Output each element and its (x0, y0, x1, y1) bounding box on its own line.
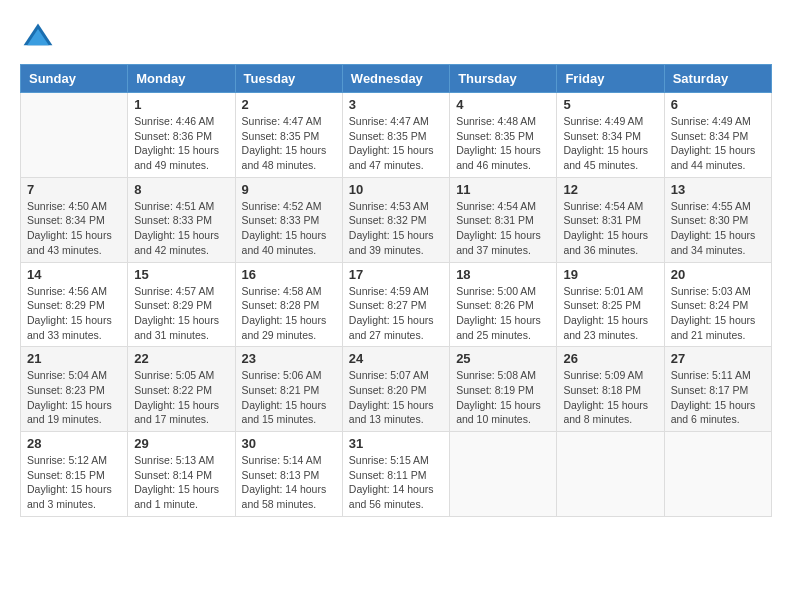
day-info: Sunrise: 5:04 AMSunset: 8:23 PMDaylight:… (27, 368, 121, 427)
calendar-cell: 25Sunrise: 5:08 AMSunset: 8:19 PMDayligh… (450, 347, 557, 432)
calendar-cell: 9Sunrise: 4:52 AMSunset: 8:33 PMDaylight… (235, 177, 342, 262)
calendar-cell: 16Sunrise: 4:58 AMSunset: 8:28 PMDayligh… (235, 262, 342, 347)
day-number: 6 (671, 97, 765, 112)
calendar-cell: 13Sunrise: 4:55 AMSunset: 8:30 PMDayligh… (664, 177, 771, 262)
calendar-cell: 22Sunrise: 5:05 AMSunset: 8:22 PMDayligh… (128, 347, 235, 432)
day-number: 16 (242, 267, 336, 282)
calendar-cell: 26Sunrise: 5:09 AMSunset: 8:18 PMDayligh… (557, 347, 664, 432)
day-info: Sunrise: 5:13 AMSunset: 8:14 PMDaylight:… (134, 453, 228, 512)
day-info: Sunrise: 5:09 AMSunset: 8:18 PMDaylight:… (563, 368, 657, 427)
calendar-week-row: 1Sunrise: 4:46 AMSunset: 8:36 PMDaylight… (21, 93, 772, 178)
day-number: 25 (456, 351, 550, 366)
day-number: 10 (349, 182, 443, 197)
day-number: 4 (456, 97, 550, 112)
calendar-week-row: 14Sunrise: 4:56 AMSunset: 8:29 PMDayligh… (21, 262, 772, 347)
calendar-cell: 21Sunrise: 5:04 AMSunset: 8:23 PMDayligh… (21, 347, 128, 432)
header-tuesday: Tuesday (235, 65, 342, 93)
calendar-week-row: 21Sunrise: 5:04 AMSunset: 8:23 PMDayligh… (21, 347, 772, 432)
day-number: 27 (671, 351, 765, 366)
calendar-header-row: SundayMondayTuesdayWednesdayThursdayFrid… (21, 65, 772, 93)
day-number: 22 (134, 351, 228, 366)
day-info: Sunrise: 4:54 AMSunset: 8:31 PMDaylight:… (563, 199, 657, 258)
day-number: 28 (27, 436, 121, 451)
calendar-cell: 28Sunrise: 5:12 AMSunset: 8:15 PMDayligh… (21, 432, 128, 517)
day-number: 11 (456, 182, 550, 197)
day-info: Sunrise: 5:00 AMSunset: 8:26 PMDaylight:… (456, 284, 550, 343)
day-number: 8 (134, 182, 228, 197)
calendar-cell: 17Sunrise: 4:59 AMSunset: 8:27 PMDayligh… (342, 262, 449, 347)
day-info: Sunrise: 4:47 AMSunset: 8:35 PMDaylight:… (242, 114, 336, 173)
calendar-cell: 14Sunrise: 4:56 AMSunset: 8:29 PMDayligh… (21, 262, 128, 347)
calendar-cell: 3Sunrise: 4:47 AMSunset: 8:35 PMDaylight… (342, 93, 449, 178)
day-info: Sunrise: 5:07 AMSunset: 8:20 PMDaylight:… (349, 368, 443, 427)
day-number: 17 (349, 267, 443, 282)
day-number: 24 (349, 351, 443, 366)
day-number: 3 (349, 97, 443, 112)
calendar-cell: 18Sunrise: 5:00 AMSunset: 8:26 PMDayligh… (450, 262, 557, 347)
calendar-cell: 1Sunrise: 4:46 AMSunset: 8:36 PMDaylight… (128, 93, 235, 178)
calendar-cell: 20Sunrise: 5:03 AMSunset: 8:24 PMDayligh… (664, 262, 771, 347)
day-info: Sunrise: 4:49 AMSunset: 8:34 PMDaylight:… (563, 114, 657, 173)
day-number: 5 (563, 97, 657, 112)
calendar-cell (21, 93, 128, 178)
day-info: Sunrise: 4:48 AMSunset: 8:35 PMDaylight:… (456, 114, 550, 173)
day-info: Sunrise: 4:54 AMSunset: 8:31 PMDaylight:… (456, 199, 550, 258)
header-sunday: Sunday (21, 65, 128, 93)
calendar-cell: 2Sunrise: 4:47 AMSunset: 8:35 PMDaylight… (235, 93, 342, 178)
day-number: 2 (242, 97, 336, 112)
day-number: 12 (563, 182, 657, 197)
day-info: Sunrise: 5:11 AMSunset: 8:17 PMDaylight:… (671, 368, 765, 427)
calendar-cell: 30Sunrise: 5:14 AMSunset: 8:13 PMDayligh… (235, 432, 342, 517)
day-number: 13 (671, 182, 765, 197)
logo (20, 20, 60, 56)
day-number: 9 (242, 182, 336, 197)
day-info: Sunrise: 5:06 AMSunset: 8:21 PMDaylight:… (242, 368, 336, 427)
day-info: Sunrise: 4:53 AMSunset: 8:32 PMDaylight:… (349, 199, 443, 258)
day-number: 18 (456, 267, 550, 282)
calendar-cell: 5Sunrise: 4:49 AMSunset: 8:34 PMDaylight… (557, 93, 664, 178)
day-number: 1 (134, 97, 228, 112)
day-info: Sunrise: 4:57 AMSunset: 8:29 PMDaylight:… (134, 284, 228, 343)
day-number: 29 (134, 436, 228, 451)
calendar-cell: 29Sunrise: 5:13 AMSunset: 8:14 PMDayligh… (128, 432, 235, 517)
day-number: 26 (563, 351, 657, 366)
day-number: 23 (242, 351, 336, 366)
day-info: Sunrise: 4:58 AMSunset: 8:28 PMDaylight:… (242, 284, 336, 343)
header-thursday: Thursday (450, 65, 557, 93)
header-monday: Monday (128, 65, 235, 93)
day-info: Sunrise: 4:47 AMSunset: 8:35 PMDaylight:… (349, 114, 443, 173)
calendar-cell: 4Sunrise: 4:48 AMSunset: 8:35 PMDaylight… (450, 93, 557, 178)
day-info: Sunrise: 5:08 AMSunset: 8:19 PMDaylight:… (456, 368, 550, 427)
calendar-cell: 27Sunrise: 5:11 AMSunset: 8:17 PMDayligh… (664, 347, 771, 432)
header-saturday: Saturday (664, 65, 771, 93)
day-number: 14 (27, 267, 121, 282)
calendar-cell: 15Sunrise: 4:57 AMSunset: 8:29 PMDayligh… (128, 262, 235, 347)
day-info: Sunrise: 4:55 AMSunset: 8:30 PMDaylight:… (671, 199, 765, 258)
day-number: 7 (27, 182, 121, 197)
calendar-cell: 8Sunrise: 4:51 AMSunset: 8:33 PMDaylight… (128, 177, 235, 262)
calendar-cell: 31Sunrise: 5:15 AMSunset: 8:11 PMDayligh… (342, 432, 449, 517)
header-friday: Friday (557, 65, 664, 93)
calendar-cell: 7Sunrise: 4:50 AMSunset: 8:34 PMDaylight… (21, 177, 128, 262)
day-info: Sunrise: 5:03 AMSunset: 8:24 PMDaylight:… (671, 284, 765, 343)
day-number: 19 (563, 267, 657, 282)
header-wednesday: Wednesday (342, 65, 449, 93)
day-info: Sunrise: 5:05 AMSunset: 8:22 PMDaylight:… (134, 368, 228, 427)
day-info: Sunrise: 4:59 AMSunset: 8:27 PMDaylight:… (349, 284, 443, 343)
day-number: 20 (671, 267, 765, 282)
day-number: 30 (242, 436, 336, 451)
day-info: Sunrise: 5:14 AMSunset: 8:13 PMDaylight:… (242, 453, 336, 512)
calendar-cell: 23Sunrise: 5:06 AMSunset: 8:21 PMDayligh… (235, 347, 342, 432)
calendar-cell (557, 432, 664, 517)
calendar-week-row: 28Sunrise: 5:12 AMSunset: 8:15 PMDayligh… (21, 432, 772, 517)
calendar-cell (450, 432, 557, 517)
calendar-cell (664, 432, 771, 517)
day-info: Sunrise: 5:12 AMSunset: 8:15 PMDaylight:… (27, 453, 121, 512)
page-header (20, 20, 772, 56)
calendar-cell: 19Sunrise: 5:01 AMSunset: 8:25 PMDayligh… (557, 262, 664, 347)
day-number: 31 (349, 436, 443, 451)
day-info: Sunrise: 4:46 AMSunset: 8:36 PMDaylight:… (134, 114, 228, 173)
day-number: 21 (27, 351, 121, 366)
day-info: Sunrise: 4:50 AMSunset: 8:34 PMDaylight:… (27, 199, 121, 258)
calendar-cell: 12Sunrise: 4:54 AMSunset: 8:31 PMDayligh… (557, 177, 664, 262)
